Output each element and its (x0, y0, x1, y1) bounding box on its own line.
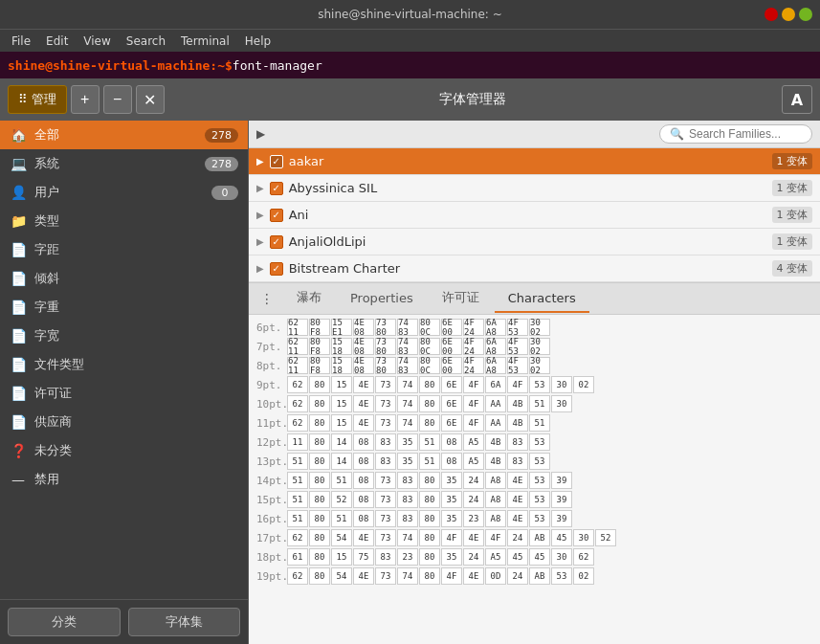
tab-characters[interactable]: Characters (495, 285, 589, 313)
font-expand-arrow[interactable]: ▶ (256, 156, 264, 167)
char-cell[interactable]: 08 (353, 472, 374, 489)
remove-button[interactable]: − (103, 85, 132, 114)
char-cell[interactable]: AA (485, 395, 506, 412)
char-cell[interactable]: 4F 53 (507, 338, 528, 355)
char-cell[interactable]: 73 (375, 472, 396, 489)
char-cell[interactable]: 4E (353, 395, 374, 412)
char-cell[interactable]: 4F (463, 414, 484, 432)
font-checkbox[interactable]: ✓ (270, 262, 283, 276)
char-cell[interactable]: 62 (287, 376, 308, 393)
font-row[interactable]: ▶✓aakar1 变体 (249, 148, 820, 175)
char-cell[interactable]: 74 (397, 414, 418, 432)
char-cell[interactable]: 08 (353, 433, 374, 451)
char-cell[interactable]: 30 02 (529, 319, 550, 336)
char-cell[interactable]: 80 (309, 376, 330, 393)
char-cell[interactable]: 53 (529, 376, 550, 393)
expand-arrow[interactable]: ▶ (256, 127, 265, 141)
char-cell[interactable]: 4E (507, 472, 528, 489)
char-cell[interactable]: 62 11 (287, 319, 308, 336)
char-cell[interactable]: 51 (331, 472, 352, 489)
sidebar-item-slant[interactable]: 📄倾斜 (0, 264, 248, 293)
menu-help[interactable]: Help (237, 33, 278, 50)
char-cell[interactable]: 73 (375, 510, 396, 527)
char-cell[interactable]: 35 (397, 453, 418, 470)
char-cell[interactable]: 80 (309, 491, 330, 508)
font-row[interactable]: ▶✓Ani1 变体 (249, 202, 820, 229)
sidebar-item-weight[interactable]: 📄字重 (0, 293, 248, 322)
char-cell[interactable]: 73 (375, 567, 396, 585)
char-cell[interactable]: 83 (375, 433, 396, 451)
font-checkbox[interactable]: ✓ (270, 155, 283, 168)
tab-瀑布[interactable]: 瀑布 (283, 283, 335, 314)
char-cell[interactable]: 24 (463, 472, 484, 489)
char-cell[interactable]: 83 (375, 548, 396, 566)
char-cell[interactable]: 80 (309, 433, 330, 451)
char-cell[interactable]: 4E 08 (353, 357, 374, 374)
char-cell[interactable]: AA (485, 414, 506, 432)
char-cell[interactable]: 15 E1 (331, 319, 352, 336)
char-cell[interactable]: 80 (419, 491, 440, 508)
char-cell[interactable]: 80 (309, 567, 330, 585)
sidebar-item-license[interactable]: 📄许可证 (0, 379, 248, 408)
font-expand-arrow[interactable]: ▶ (256, 263, 264, 274)
menu-edit[interactable]: Edit (38, 33, 76, 50)
char-cell[interactable]: 4F (441, 529, 462, 546)
sidebar-item-uncat[interactable]: ❓未分类 (0, 436, 248, 465)
char-cell[interactable]: 62 (287, 567, 308, 585)
char-cell[interactable]: 73 (375, 376, 396, 393)
char-cell[interactable]: 54 (331, 529, 352, 546)
char-cell[interactable]: 80 (309, 472, 330, 489)
char-cell[interactable]: 62 (287, 414, 308, 432)
char-cell[interactable]: 80 (309, 453, 330, 470)
char-cell[interactable]: 6E (441, 395, 462, 412)
char-cell[interactable]: 35 (441, 472, 462, 489)
char-cell[interactable]: 4F 24 (463, 357, 484, 374)
char-cell[interactable]: 62 11 (287, 338, 308, 355)
char-cell[interactable]: 75 (353, 548, 374, 566)
char-cell[interactable]: 6E (441, 414, 462, 432)
char-cell[interactable]: 73 (375, 529, 396, 546)
char-cell[interactable]: 08 (353, 491, 374, 508)
sidebar-item-user[interactable]: 👤用户0 (0, 178, 248, 207)
char-cell[interactable]: 0D (485, 567, 506, 585)
char-cell[interactable]: 4E 08 (353, 338, 374, 355)
char-cell[interactable]: 15 (331, 414, 352, 432)
char-cell[interactable]: 51 (287, 510, 308, 527)
char-cell[interactable]: 45 (529, 548, 550, 566)
char-cell[interactable]: 35 (441, 548, 462, 566)
char-cell[interactable]: 6E 00 (441, 357, 462, 374)
tab-properties[interactable]: Properties (337, 285, 427, 313)
char-cell[interactable]: A5 (485, 548, 506, 566)
sidebar-item-filetype[interactable]: 📄文件类型 (0, 350, 248, 379)
char-cell[interactable]: 80 (309, 395, 330, 412)
font-row[interactable]: ▶✓Abyssinica SIL1 变体 (249, 175, 820, 202)
char-cell[interactable]: 14 (331, 453, 352, 470)
char-cell[interactable]: 53 (529, 453, 550, 470)
tab-许可证[interactable]: 许可证 (429, 283, 493, 314)
sidebar-item-vendor[interactable]: 📄供应商 (0, 408, 248, 436)
char-cell[interactable]: 4F 53 (507, 357, 528, 374)
char-cell[interactable]: 80 (309, 414, 330, 432)
char-cell[interactable]: 4F (441, 567, 462, 585)
tab-menu-icon[interactable]: ⋮ (253, 285, 281, 312)
char-cell[interactable]: 30 02 (529, 338, 550, 355)
char-cell[interactable]: 83 (375, 453, 396, 470)
char-cell[interactable]: 53 (529, 472, 550, 489)
char-cell[interactable]: 74 83 (397, 357, 418, 374)
char-cell[interactable]: 24 (507, 529, 528, 546)
char-cell[interactable]: 23 (463, 510, 484, 527)
char-cell[interactable]: 39 (551, 491, 572, 508)
menu-file[interactable]: File (4, 33, 38, 50)
char-cell[interactable]: 24 (463, 548, 484, 566)
char-cell[interactable]: A5 (463, 433, 484, 451)
font-expand-arrow[interactable]: ▶ (256, 210, 264, 220)
char-cell[interactable]: 53 (529, 433, 550, 451)
char-cell[interactable]: 74 83 (397, 338, 418, 355)
char-cell[interactable]: 4E (463, 567, 484, 585)
char-cell[interactable]: 52 (331, 491, 352, 508)
char-cell[interactable]: 62 (573, 548, 594, 566)
char-cell[interactable]: 08 (353, 453, 374, 470)
char-cell[interactable]: 80 F8 (309, 357, 330, 374)
char-cell[interactable]: 11 (287, 433, 308, 451)
char-cell[interactable]: 4E (507, 510, 528, 527)
